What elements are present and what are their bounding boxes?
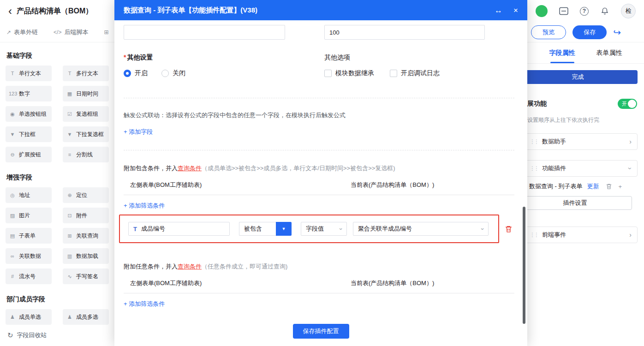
chevron-down-icon: › <box>479 228 486 230</box>
done-button[interactable]: 完成 <box>518 70 638 84</box>
any-forms-row: 左侧表单(BOM工序辅助表) 当前表(产品结构清单（BOM）) <box>124 279 514 287</box>
query-condition-link[interactable]: 查询条件 <box>178 263 202 270</box>
field-type-checkbox-group[interactable]: ☑复选框组 <box>63 106 109 122</box>
multi-text-icon: T <box>66 71 73 76</box>
field-type-divider[interactable]: ≡分割线 <box>63 147 109 162</box>
field-label: 日期时间 <box>76 90 98 98</box>
field-type-subform[interactable]: ▤子表单 <box>6 228 52 244</box>
plugin-move-icon[interactable]: + <box>619 183 622 190</box>
recycle-icon: ↻ <box>7 331 13 340</box>
help-icon[interactable]: ? <box>580 7 589 16</box>
radio-enable[interactable]: 开启 <box>124 69 148 78</box>
drag-handle-icon[interactable]: ⋮⋮ <box>530 138 538 145</box>
external-link-label: 表单外链 <box>14 28 38 36</box>
modal-scrollbar-thumb[interactable] <box>523 207 525 324</box>
condition-value-select[interactable]: 聚合关联半成品编号 › <box>353 222 489 236</box>
field-type-serial-number[interactable]: #流水号 <box>6 268 52 284</box>
radio-disable[interactable]: 关闭 <box>161 69 185 78</box>
field-type-multi-text[interactable]: T多行文本 <box>63 66 109 81</box>
frontend-event-card[interactable]: ⋮⋮ 前端事件 › <box>518 227 638 243</box>
operator-select[interactable]: 被包含 ▼ <box>239 222 292 236</box>
condition-field-value: 成品编号 <box>141 225 165 233</box>
other-settings-text: 其他设置 <box>127 54 153 61</box>
field-type-signature[interactable]: ∿手写签名 <box>63 268 109 284</box>
backend-script-link[interactable]: </> 后端脚本 <box>54 28 88 36</box>
add-field-link[interactable]: + 添加字段 <box>124 128 153 136</box>
drag-handle-icon[interactable]: ⋮⋮ <box>530 232 538 238</box>
field-type-address[interactable]: ◎地址 <box>6 187 52 203</box>
preview-button[interactable]: 预览 <box>531 25 566 39</box>
chevron-down-icon: › <box>627 167 634 170</box>
extension-row: 展功能 开 <box>527 99 637 109</box>
field-type-member-multi[interactable]: ♟成员多选 <box>63 309 109 325</box>
field-type-data-load[interactable]: ▥数据加载 <box>63 248 109 264</box>
field-label: 多行文本 <box>76 70 98 78</box>
add-filter-link-any[interactable]: + 添加筛选条件 <box>124 300 165 308</box>
checkbox-debug-log[interactable]: 开启调试日志 <box>390 69 440 78</box>
modal-header[interactable]: 数据查询 - 到子表单【功能插件配置】(V38) ↔ × <box>114 0 527 20</box>
back-icon[interactable]: ‹ <box>8 6 12 16</box>
extra-tool-link[interactable]: ⊞ <box>104 29 108 36</box>
field-type-linked-data[interactable]: ∞关联数据 <box>6 248 52 264</box>
data-assistant-card[interactable]: ⋮⋮ 数据助手 › <box>518 133 638 150</box>
share-icon[interactable]: ↪ <box>613 27 621 38</box>
field-type-member-single[interactable]: ♟成员单选 <box>6 309 52 325</box>
form-external-link[interactable]: ↗ 表单外链 <box>6 28 38 36</box>
extension-toggle[interactable]: 开 <box>618 99 637 109</box>
field-sidebar: 基础字段 T单行文本 T多行文本 123数字 ▦日期时间 ◉单选按钮组 ☑复选框… <box>0 42 114 346</box>
config-text-input[interactable] <box>124 25 285 40</box>
field-type-multi-select[interactable]: ▼下拉复选框 <box>63 126 109 142</box>
add-filter-link-include[interactable]: + 添加筛选条件 <box>124 202 165 210</box>
enable-radio-group: 开启 关闭 <box>124 69 324 78</box>
function-plugin-card[interactable]: ⋮⋮ 功能插件 › <box>518 160 638 177</box>
field-type-single-text[interactable]: T单行文本 <box>6 66 52 81</box>
notification-bell-icon[interactable] <box>600 6 610 16</box>
external-link-icon: ↗ <box>6 29 11 36</box>
tab-form-properties[interactable]: 表单属性 <box>596 42 622 63</box>
field-type-number[interactable]: 123数字 <box>6 86 52 101</box>
field-type-linked-query[interactable]: ⊞关联查询 <box>63 228 109 244</box>
divider <box>124 195 514 195</box>
field-type-extend-button[interactable]: ⊖扩展按钮 <box>6 147 52 162</box>
operator-dropdown-button[interactable]: ▼ <box>276 222 292 236</box>
tab-field-properties[interactable]: 字段属性 <box>549 42 575 63</box>
collaboration-icon[interactable] <box>559 6 569 16</box>
field-label: 复选框组 <box>76 110 98 118</box>
save-button[interactable]: 保存 <box>572 25 607 39</box>
modal-header-icons: ↔ × <box>495 6 518 14</box>
field-type-select[interactable]: ▼下拉框 <box>6 126 52 142</box>
checkbox-module-inherit[interactable]: 模块数据继承 <box>324 69 374 78</box>
radio-disable-label: 关闭 <box>173 69 185 78</box>
checkbox-icon: ☑ <box>66 111 73 117</box>
resize-icon[interactable]: ↔ <box>495 6 502 14</box>
field-type-location[interactable]: ⊕定位 <box>63 187 109 203</box>
modal-title: 数据查询 - 到子表单【功能插件配置】(V38) <box>124 6 257 15</box>
location-icon: ⊕ <box>66 192 73 198</box>
value-type-select[interactable]: 字段值 › <box>301 222 347 236</box>
condition-field-input[interactable]: T 成品编号 <box>128 222 230 236</box>
limit-count-input[interactable] <box>324 25 485 40</box>
plugin-row: 数据查询 - 到子表单 更新 + <box>529 182 638 191</box>
save-plugin-config-button[interactable]: 保存插件配置 <box>293 324 349 339</box>
presence-avatar[interactable] <box>536 5 548 17</box>
field-type-image[interactable]: ▨图片 <box>6 208 52 223</box>
plugin-delete-icon[interactable] <box>606 183 612 190</box>
field-label: 流水号 <box>19 273 36 280</box>
field-type-datetime[interactable]: ▦日期时间 <box>63 86 109 101</box>
field-label: 扩展按钮 <box>19 151 41 159</box>
close-icon[interactable]: × <box>513 6 518 14</box>
plugin-update-link[interactable]: 更新 <box>587 182 599 191</box>
user-avatar[interactable]: 检 <box>621 4 636 18</box>
field-type-attachment[interactable]: ⊡附件 <box>63 208 109 223</box>
field-type-radio-group[interactable]: ◉单选按钮组 <box>6 106 52 122</box>
field-recycle-bin[interactable]: ↻ 字段回收站 <box>7 331 47 340</box>
query-condition-link[interactable]: 查询条件 <box>178 165 202 172</box>
data-assistant-label: 数据助手 <box>542 137 566 146</box>
delete-condition-button[interactable] <box>505 225 513 233</box>
chevron-right-icon: › <box>629 231 632 239</box>
backend-script-label: 后端脚本 <box>64 28 88 36</box>
drag-handle-icon[interactable]: ⋮⋮ <box>530 165 538 172</box>
include-desc-suffix: （成员单选>>被包含>>成员多选，单行文本/日期时间>>被包含>>复选框) <box>202 165 395 172</box>
other-settings-label: *其他设置 <box>124 54 324 62</box>
plugin-settings-button[interactable]: 插件设置 <box>518 196 632 210</box>
